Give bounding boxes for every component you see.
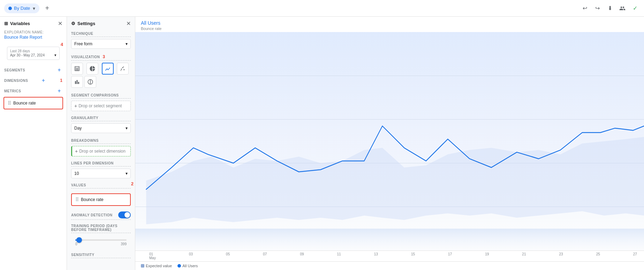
variables-panel-title: ⊞ Variables xyxy=(4,21,30,26)
x-label-07: 07 xyxy=(263,252,267,260)
x-label-19: 19 xyxy=(485,252,489,260)
granularity-select[interactable]: Day ▾ xyxy=(71,123,131,133)
exploration-name-value: Bounce Rate Report xyxy=(0,34,67,43)
lines-per-dimension-section: LINES PER DIMENSION 10 ▾ xyxy=(67,159,135,181)
slider-container: 0 399 xyxy=(71,235,131,249)
values-label: VALUES xyxy=(71,183,131,188)
add-dimension-button[interactable]: + xyxy=(40,77,46,84)
drop-segment-plus-icon: + xyxy=(74,103,77,109)
svg-point-4 xyxy=(123,67,124,67)
chart-legend: Expected value All Users xyxy=(135,261,644,270)
training-period-section: TRAINING PERIOD (DAYS BEFORE TIMEFRAME) … xyxy=(67,221,135,250)
exploration-name-label: EXPLORATION NAME: xyxy=(0,29,67,34)
variables-panel-header: ⊞ Variables ✕ xyxy=(0,17,67,29)
viz-bar-button[interactable] xyxy=(71,76,83,88)
slider-max-label: 399 xyxy=(121,242,127,246)
tab-chevron-icon[interactable]: ▾ xyxy=(33,6,35,11)
viz-row2 xyxy=(71,76,131,88)
date-range-selector[interactable]: Last 28 days Apr 30 - May 27, 2024 ▾ xyxy=(7,47,60,60)
segments-label: SEGMENTS xyxy=(4,68,25,72)
date-range-chevron-icon: ▾ xyxy=(54,53,56,57)
slider-track xyxy=(75,239,127,241)
by-date-tab[interactable]: By Date ▾ xyxy=(4,3,39,13)
download-button[interactable]: ⬇ xyxy=(605,3,615,13)
anomaly-detection-label: ANOMALY DETECTION xyxy=(71,213,113,217)
drop-dimension-zone[interactable]: + Drop or select dimension xyxy=(71,146,131,156)
chart-area xyxy=(135,32,644,250)
technique-section: TECHNIQUE Free form ▾ xyxy=(67,29,135,52)
chart-panel: All Users Bounce rate xyxy=(135,17,644,270)
training-period-label: TRAINING PERIOD (DAYS BEFORE TIMEFRAME) xyxy=(71,224,131,233)
chart-title: All Users xyxy=(141,20,638,26)
viz-geo-button[interactable] xyxy=(84,76,96,88)
viz-line-button[interactable] xyxy=(102,63,114,75)
dimensions-section-header: DIMENSIONS + 1 xyxy=(0,75,67,85)
lines-per-dimension-value: 10 xyxy=(74,171,79,176)
settings-panel-header: ⚙ Settings ✕ xyxy=(67,17,135,29)
svg-point-0 xyxy=(121,69,122,70)
legend-users-label: All Users xyxy=(182,264,198,268)
variables-panel: ⊞ Variables ✕ EXPLORATION NAME: Bounce R… xyxy=(0,17,67,270)
viz-scatter-button[interactable] xyxy=(117,63,129,75)
granularity-label: GRANULARITY xyxy=(71,116,131,121)
technique-select[interactable]: Free form ▾ xyxy=(71,39,131,49)
visualization-section: VISUALIZATION 3 xyxy=(67,52,135,91)
slider-labels: 0 399 xyxy=(75,242,127,246)
slider-min-label: 0 xyxy=(75,242,77,246)
metric-bounce-rate[interactable]: ⠿ Bounce rate xyxy=(6,99,61,107)
technique-label: TECHNIQUE xyxy=(71,32,131,37)
settings-panel: ⚙ Settings ✕ TECHNIQUE Free form ▾ VISUA… xyxy=(67,17,135,270)
variables-close-button[interactable]: ✕ xyxy=(58,20,62,27)
add-metric-button[interactable]: + xyxy=(56,88,62,94)
drop-segment-zone[interactable]: + Drop or select segment xyxy=(71,101,131,111)
viz-pie-button[interactable] xyxy=(86,63,98,75)
drag-icon: ⠿ xyxy=(8,100,11,106)
drop-dimension-plus-icon: + xyxy=(75,148,78,154)
values-box: ⠿ Bounce rate xyxy=(71,193,131,206)
legend-expected-color xyxy=(141,264,144,268)
lines-per-dimension-chevron-icon: ▾ xyxy=(126,171,128,176)
svg-point-2 xyxy=(124,69,125,70)
settings-close-button[interactable]: ✕ xyxy=(126,20,131,27)
drop-dimension-label: Drop or select dimension xyxy=(79,149,126,154)
x-label-03: 03 xyxy=(189,252,193,260)
share-button[interactable] xyxy=(618,3,627,13)
lines-per-dimension-select[interactable]: 10 ▾ xyxy=(71,169,131,178)
x-label-11: 11 xyxy=(337,252,341,260)
x-label-27: 27 xyxy=(633,252,637,260)
viz-table-button[interactable] xyxy=(71,63,83,75)
redo-button[interactable]: ↪ xyxy=(592,3,602,13)
annotation-4: 4 xyxy=(61,42,63,47)
technique-chevron-icon: ▾ xyxy=(126,41,128,46)
breakdowns-section: BREAKDOWNS + Drop or select dimension xyxy=(67,136,135,159)
settings-panel-title: ⚙ Settings xyxy=(71,21,95,26)
metrics-section-header: METRICS + xyxy=(0,85,67,95)
add-segment-button[interactable]: + xyxy=(56,67,62,73)
values-label-section: VALUES xyxy=(67,181,135,192)
anomaly-detection-row: ANOMALY DETECTION xyxy=(67,210,135,221)
metrics-label: METRICS xyxy=(4,89,21,93)
metric-label: Bounce rate xyxy=(13,101,36,106)
x-label-23: 23 xyxy=(559,252,563,260)
undo-button[interactable]: ↩ xyxy=(580,3,590,13)
drop-segment-label: Drop or select segment xyxy=(78,103,122,108)
annotation-1: 1 xyxy=(60,78,62,83)
check-button[interactable]: ✓ xyxy=(630,3,640,13)
x-label-01: 01May xyxy=(149,252,156,260)
add-tab-button[interactable]: + xyxy=(42,3,52,13)
svg-point-1 xyxy=(122,67,123,68)
values-metric-item[interactable]: ⠿ Bounce rate xyxy=(73,195,129,204)
chart-svg xyxy=(135,32,644,250)
chart-subtitle: Bounce rate xyxy=(141,26,638,31)
technique-value: Free form xyxy=(74,41,92,46)
variables-icon: ⊞ xyxy=(4,21,8,26)
x-label-09: 09 xyxy=(300,252,304,260)
segment-comparisons-section: SEGMENT COMPARISONS + Drop or select seg… xyxy=(67,91,135,113)
x-label-25: 25 xyxy=(596,252,600,260)
date-range-dates: Apr 30 - May 27, 2024 xyxy=(10,53,45,57)
date-range-label: Last 28 days xyxy=(10,49,56,53)
segment-comparisons-label: SEGMENT COMPARISONS xyxy=(71,93,131,99)
slider-thumb[interactable] xyxy=(76,237,82,243)
sensitivity-label: SENSITIVITY xyxy=(71,253,131,258)
anomaly-detection-toggle[interactable] xyxy=(118,211,131,218)
